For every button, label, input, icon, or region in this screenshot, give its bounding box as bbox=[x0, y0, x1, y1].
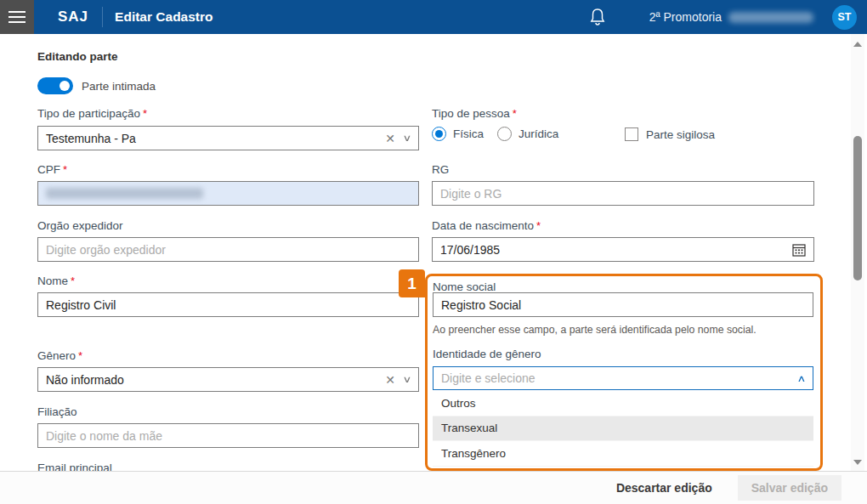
annotation-badge: 1 bbox=[399, 269, 425, 297]
action-bar: Descartar edição Salvar edição bbox=[0, 471, 867, 504]
parte-sigilosa-label: Parte sigilosa bbox=[646, 128, 715, 141]
app-logo: SAJ bbox=[58, 8, 88, 25]
section-title: Editando parte bbox=[37, 50, 118, 63]
chevron-up-icon[interactable]: ∧ bbox=[797, 373, 807, 384]
nome-field bbox=[37, 292, 419, 317]
identidade-genero-label: Identidade de gênero bbox=[433, 348, 541, 360]
tipo-participacao-label: Tipo de participação* bbox=[37, 107, 147, 120]
header-divider bbox=[102, 7, 103, 27]
data-nascimento-label: Data de nascimento* bbox=[432, 219, 541, 232]
email-principal-label: Email principal bbox=[37, 462, 112, 471]
radio-fisica[interactable] bbox=[432, 127, 446, 141]
orgao-expedidor-field bbox=[37, 237, 419, 262]
nome-label: Nome* bbox=[37, 275, 75, 287]
promotoria-label: 2ª Promotoria bbox=[649, 10, 722, 24]
option-transexual[interactable]: Transexual bbox=[433, 416, 813, 442]
genero-value: Não informado bbox=[46, 373, 124, 387]
cpf-label: CPF* bbox=[37, 163, 67, 176]
radio-fisica-label: Física bbox=[453, 127, 484, 140]
discard-edit-button[interactable]: Descartar edição bbox=[604, 475, 724, 501]
data-nascimento-value: 17/06/1985 bbox=[440, 243, 500, 257]
tipo-pessoa-label: Tipo de pessoa* bbox=[432, 107, 517, 120]
cpf-input[interactable] bbox=[37, 181, 419, 206]
calendar-icon[interactable] bbox=[792, 243, 806, 257]
editar-cadastro-screen: SAJ Editar Cadastro 2ª Promotoria ST Edi… bbox=[0, 0, 867, 504]
rg-input[interactable] bbox=[440, 187, 806, 201]
page-title: Editar Cadastro bbox=[115, 9, 212, 25]
tipo-participacao-value: Testemunha - Pa bbox=[46, 132, 136, 145]
clear-icon[interactable]: ✕ bbox=[385, 132, 395, 145]
filiacao-label: Filiação bbox=[37, 405, 77, 418]
parte-intimada-toggle[interactable] bbox=[37, 77, 73, 94]
redacted-user-name bbox=[728, 12, 813, 23]
option-transgenero[interactable]: Transgênero bbox=[433, 441, 813, 467]
scroll-down-arrow[interactable] bbox=[853, 460, 862, 465]
nome-social-helper-text: Ao preencher esse campo, a parte será id… bbox=[433, 324, 756, 336]
chevron-down-icon[interactable]: ∨ bbox=[403, 133, 412, 144]
form-area: Editando parte Parte intimada Tipo de pa… bbox=[0, 34, 847, 471]
scrollbar-thumb[interactable] bbox=[853, 136, 862, 280]
orgao-expedidor-label: Orgão expedidor bbox=[37, 219, 123, 232]
rg-field bbox=[432, 181, 814, 206]
nome-input[interactable] bbox=[46, 298, 411, 312]
hamburger-menu-icon[interactable] bbox=[0, 0, 34, 34]
filiacao-field bbox=[37, 423, 419, 448]
nome-social-input[interactable] bbox=[441, 298, 805, 312]
clear-icon[interactable]: ✕ bbox=[385, 373, 395, 387]
data-nascimento-field: 17/06/1985 bbox=[432, 237, 814, 262]
filiacao-input[interactable] bbox=[46, 429, 411, 443]
vertical-scrollbar[interactable] bbox=[851, 34, 864, 471]
top-bar: SAJ Editar Cadastro 2ª Promotoria ST bbox=[0, 0, 867, 34]
tipo-participacao-combobox[interactable]: Testemunha - Pa ✕∨ bbox=[37, 126, 419, 150]
genero-combobox[interactable]: Não informado ✕∨ bbox=[37, 367, 419, 392]
redacted-cpf-value bbox=[46, 188, 203, 199]
identidade-genero-placeholder: Digite e selecione bbox=[441, 371, 536, 385]
nome-social-label: Nome social bbox=[433, 280, 496, 293]
user-avatar[interactable]: ST bbox=[832, 5, 857, 30]
chevron-down-icon[interactable]: ∨ bbox=[403, 374, 412, 385]
orgao-expedidor-input[interactable] bbox=[46, 243, 411, 257]
identidade-genero-combobox[interactable]: Digite e selecione ∧ bbox=[433, 366, 813, 390]
radio-juridica[interactable] bbox=[497, 127, 512, 141]
radio-juridica-label: Jurídica bbox=[518, 127, 558, 140]
parte-intimada-label: Parte intimada bbox=[82, 80, 156, 93]
tipo-pessoa-radio-group: Física Jurídica bbox=[432, 127, 558, 141]
nome-social-field bbox=[433, 292, 813, 317]
parte-sigilosa-checkbox[interactable] bbox=[625, 127, 638, 141]
genero-label: Gênero* bbox=[37, 349, 82, 362]
identidade-genero-option-list: Outros Transexual Transgênero bbox=[433, 391, 813, 467]
rg-label: RG bbox=[432, 163, 449, 176]
scroll-up-arrow[interactable] bbox=[853, 42, 862, 47]
option-outros[interactable]: Outros bbox=[433, 391, 813, 416]
parte-sigilosa-row: Parte sigilosa bbox=[625, 127, 715, 141]
save-edit-button[interactable]: Salvar edição bbox=[738, 475, 842, 501]
notifications-bell-icon[interactable] bbox=[590, 8, 605, 26]
